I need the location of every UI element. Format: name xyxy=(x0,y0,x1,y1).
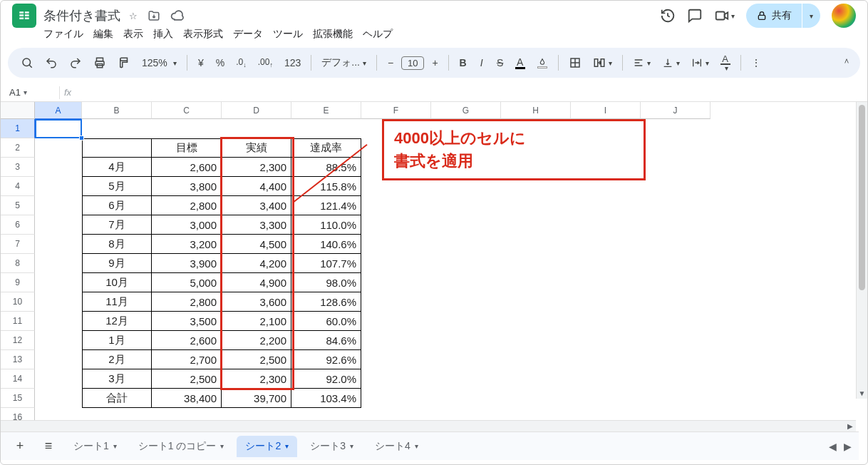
menu-insert[interactable]: 挿入 xyxy=(153,28,173,41)
decrease-decimal-button[interactable]: .0↓ xyxy=(232,54,251,71)
chevron-down-icon[interactable]: ▾ xyxy=(113,442,117,450)
cell-D10[interactable]: 3,600 xyxy=(222,292,291,312)
cell-D15[interactable]: 39,700 xyxy=(222,389,291,408)
undo-icon[interactable] xyxy=(41,53,62,72)
cell-E11[interactable]: 60.0% xyxy=(291,312,361,331)
fontsize-decrease[interactable]: − xyxy=(383,54,398,71)
cell-C12[interactable]: 2,600 xyxy=(152,331,222,350)
sheet-nav-right-icon[interactable]: ▶ xyxy=(844,441,852,452)
cell-E4[interactable]: 115.8% xyxy=(291,177,361,196)
sheet-tab-1[interactable]: シート1▾ xyxy=(65,436,125,457)
column-header-E[interactable]: E xyxy=(291,102,361,119)
menu-edit[interactable]: 編集 xyxy=(93,28,113,41)
spreadsheet-grid[interactable]: ABCDEFGHIJ 12345678910111213141516 目標実績達… xyxy=(1,102,867,431)
row-header-9[interactable]: 9 xyxy=(1,273,35,292)
bold-button[interactable]: B xyxy=(455,54,470,71)
cell-D4[interactable]: 4,400 xyxy=(222,177,291,196)
cell-E14[interactable]: 92.0% xyxy=(291,369,361,389)
fontsize-input[interactable]: 10 xyxy=(401,56,424,70)
row-header-1[interactable]: 1 xyxy=(1,119,35,138)
cell-E2[interactable]: 達成率 xyxy=(291,138,361,158)
row-header-13[interactable]: 13 xyxy=(1,350,35,369)
increase-decimal-button[interactable]: .00↑ xyxy=(254,54,277,71)
cell-E10[interactable]: 128.6% xyxy=(291,292,361,312)
share-dropdown[interactable]: ▾ xyxy=(802,4,820,28)
share-button[interactable]: 共有 xyxy=(746,4,802,28)
cell-B7[interactable]: 8月 xyxy=(82,235,152,254)
cell-D7[interactable]: 4,500 xyxy=(222,235,291,254)
cell-E12[interactable]: 84.6% xyxy=(291,331,361,350)
fill-color-button[interactable] xyxy=(532,54,552,71)
chevron-down-icon[interactable]: ▾ xyxy=(350,442,353,450)
wrap-button[interactable] xyxy=(687,54,713,71)
cell-B6[interactable]: 7月 xyxy=(82,215,152,235)
currency-button[interactable]: ¥ xyxy=(193,54,209,71)
sheet-tab-4[interactable]: シート3▾ xyxy=(301,436,362,457)
cell-C15[interactable]: 38,400 xyxy=(152,389,222,408)
cell-D3[interactable]: 2,300 xyxy=(222,158,291,177)
scroll-right-icon[interactable]: ▶ xyxy=(844,421,856,431)
cell-D12[interactable]: 2,200 xyxy=(222,331,291,350)
cell-C14[interactable]: 2,500 xyxy=(152,369,222,389)
column-header-A[interactable]: A xyxy=(35,102,82,119)
fill-handle[interactable] xyxy=(79,136,84,140)
cell-E3[interactable]: 88.5% xyxy=(291,158,361,177)
row-header-11[interactable]: 11 xyxy=(1,312,35,331)
document-title[interactable]: 条件付き書式 xyxy=(43,7,120,24)
cell-C4[interactable]: 3,800 xyxy=(152,177,222,196)
menu-help[interactable]: ヘルプ xyxy=(363,28,393,41)
cell-B8[interactable]: 9月 xyxy=(82,254,152,273)
row-header-5[interactable]: 5 xyxy=(1,196,35,215)
comment-icon[interactable] xyxy=(687,8,703,24)
cell-E7[interactable]: 140.6% xyxy=(291,235,361,254)
italic-button[interactable]: I xyxy=(474,54,490,71)
cell-D13[interactable]: 2,500 xyxy=(222,350,291,369)
cell-C9[interactable]: 5,000 xyxy=(152,273,222,292)
sheet-tab-3[interactable]: シート2▾ xyxy=(237,436,297,457)
chevron-down-icon[interactable]: ▾ xyxy=(285,442,289,450)
add-sheet-button[interactable]: + xyxy=(8,436,32,457)
column-header-B[interactable]: B xyxy=(82,102,152,119)
sheet-tab-5[interactable]: シート4▾ xyxy=(366,436,427,457)
menu-extensions[interactable]: 拡張機能 xyxy=(313,28,353,41)
more-toolbar-icon[interactable]: ⋮ xyxy=(747,54,765,71)
column-header-H[interactable]: H xyxy=(501,102,571,119)
cell-B12[interactable]: 1月 xyxy=(82,331,152,350)
row-header-6[interactable]: 6 xyxy=(1,215,35,235)
row-header-4[interactable]: 4 xyxy=(1,177,35,196)
cloud-saved-icon[interactable] xyxy=(170,9,185,23)
column-header-I[interactable]: I xyxy=(571,102,641,119)
row-header-2[interactable]: 2 xyxy=(1,138,35,158)
font-select[interactable]: デフォ... xyxy=(317,53,371,72)
cell-C2[interactable]: 目標 xyxy=(152,138,222,158)
fontsize-increase[interactable]: + xyxy=(427,54,443,71)
cell-C13[interactable]: 2,700 xyxy=(152,350,222,369)
sheet-tab-2[interactable]: シート1 のコピー▾ xyxy=(130,436,233,457)
cell-B9[interactable]: 10月 xyxy=(82,273,152,292)
cell-E15[interactable]: 103.4% xyxy=(291,389,361,408)
cell-B4[interactable]: 5月 xyxy=(82,177,152,196)
cell-E5[interactable]: 121.4% xyxy=(291,196,361,215)
horizontal-scrollbar[interactable]: ▶ xyxy=(1,420,856,431)
cell-C3[interactable]: 2,600 xyxy=(152,158,222,177)
cell-C8[interactable]: 3,900 xyxy=(152,254,222,273)
cell-E8[interactable]: 107.7% xyxy=(291,254,361,273)
row-header-8[interactable]: 8 xyxy=(1,254,35,273)
menu-format[interactable]: 表示形式 xyxy=(183,28,223,41)
column-header-C[interactable]: C xyxy=(152,102,222,119)
select-all-corner[interactable] xyxy=(1,102,35,119)
sheets-logo-icon[interactable] xyxy=(12,4,36,28)
cell-E9[interactable]: 98.0% xyxy=(291,273,361,292)
menu-data[interactable]: データ xyxy=(233,28,263,41)
percent-button[interactable]: % xyxy=(212,54,229,71)
zoom-select[interactable]: 125% xyxy=(138,54,181,71)
column-header-D[interactable]: D xyxy=(222,102,291,119)
cell-D8[interactable]: 4,200 xyxy=(222,254,291,273)
borders-button[interactable] xyxy=(564,53,586,72)
cell-D9[interactable]: 4,900 xyxy=(222,273,291,292)
row-header-14[interactable]: 14 xyxy=(1,369,35,389)
halign-button[interactable] xyxy=(629,54,655,71)
vertical-scrollbar[interactable]: ▲ ▼ xyxy=(856,102,867,399)
cell-B3[interactable]: 4月 xyxy=(82,158,152,177)
column-header-J[interactable]: J xyxy=(641,102,711,119)
